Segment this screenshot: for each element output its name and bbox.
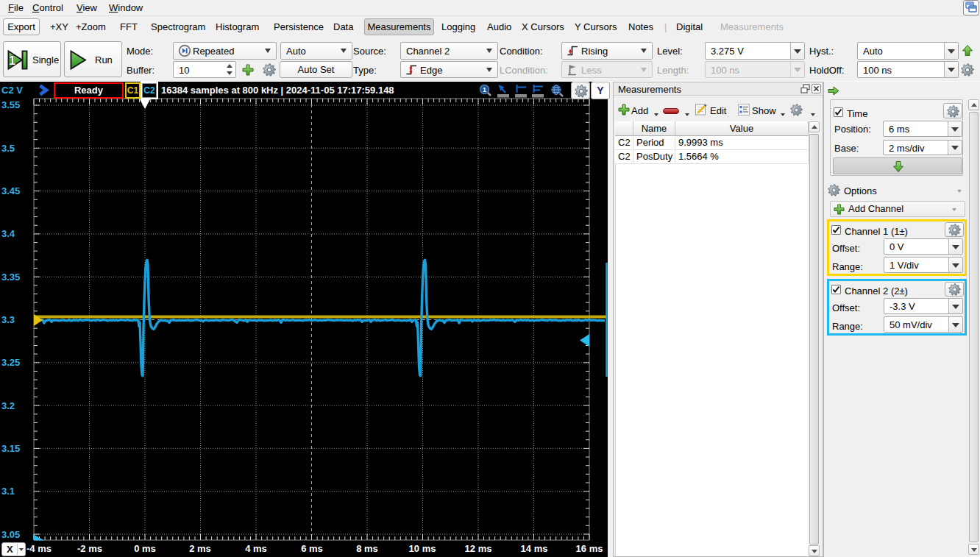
svg-text:1: 1 <box>9 54 15 67</box>
svg-text:1: 1 <box>483 86 486 93</box>
svg-text:8 ms: 8 ms <box>356 543 378 554</box>
svg-text:3.35: 3.35 <box>1 272 20 283</box>
svg-text:3.1: 3.1 <box>1 486 15 497</box>
svg-text:6 ms: 6 ms <box>301 543 323 554</box>
svg-text:3.3: 3.3 <box>1 314 15 325</box>
svg-text:2 ms: 2 ms <box>189 543 211 554</box>
svg-text:3.5: 3.5 <box>1 143 15 154</box>
svg-text:10 ms: 10 ms <box>409 543 436 554</box>
svg-text:0 ms: 0 ms <box>134 543 156 554</box>
svg-text:-4 ms: -4 ms <box>26 543 52 554</box>
svg-text:16 ms: 16 ms <box>576 543 603 554</box>
svg-text:3.05: 3.05 <box>1 529 20 540</box>
svg-text:3.55: 3.55 <box>1 99 20 110</box>
svg-text:12 ms: 12 ms <box>465 543 492 554</box>
svg-text:-2 ms: -2 ms <box>77 543 102 554</box>
svg-text:3.2: 3.2 <box>1 400 15 411</box>
svg-text:3.25: 3.25 <box>1 357 20 368</box>
svg-text:14 ms: 14 ms <box>521 543 548 554</box>
svg-text:3.4: 3.4 <box>1 228 15 239</box>
svg-text:3.45: 3.45 <box>1 185 20 196</box>
svg-text:3.15: 3.15 <box>1 443 20 454</box>
svg-text:4 ms: 4 ms <box>245 543 267 554</box>
